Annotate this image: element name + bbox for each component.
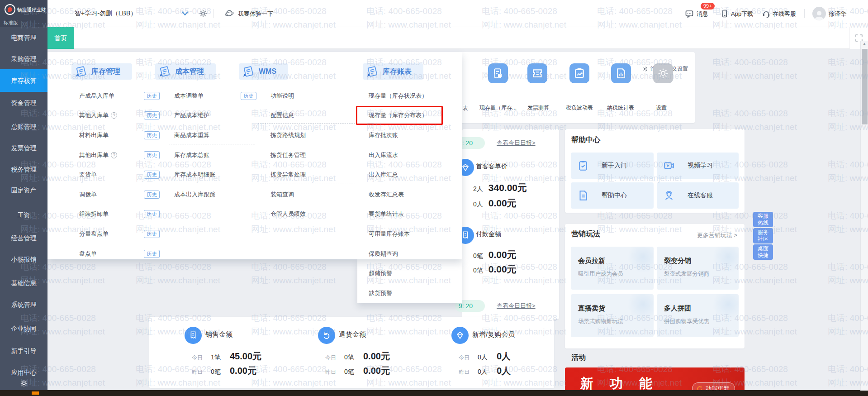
menu-item[interactable]: 要货单统计表	[369, 205, 461, 224]
sidebar-settings-gear[interactable]	[0, 379, 47, 387]
menu-item[interactable]: 分量盘点单历史	[79, 224, 160, 244]
app-tile-inventory-report[interactable]	[488, 63, 508, 83]
history-badge[interactable]: 历史	[144, 250, 160, 258]
menu-item[interactable]: 库存成本明细账	[174, 165, 256, 185]
history-badge[interactable]: 历史	[241, 92, 256, 100]
menu-col-cost: 成本调整单历史 产品成本维护 商品成本重算 库存成本总账 库存成本明细账 成本出…	[174, 86, 256, 205]
history-badge[interactable]: 历史	[144, 210, 160, 218]
menu-col-wms: 功能说明 配置信息 拣货路线规划 拣货任务管理 拣货异常处理 装箱查询 仓管人员…	[270, 86, 361, 224]
menu-item[interactable]: 拣货路线规划	[270, 125, 361, 145]
daily-report-link[interactable]: 查看今日日报>	[497, 302, 536, 310]
menu-item[interactable]: 其他入库单历史	[79, 106, 160, 126]
sidebar-item-operation[interactable]: 经营管理	[0, 231, 47, 245]
sidebar-item-basic-info[interactable]: 基础信息	[0, 276, 47, 290]
daily-report-link[interactable]: 查看今日日报>	[497, 139, 536, 147]
more-marketing-link[interactable]: 更多营销玩法 >	[697, 231, 737, 239]
menu-item[interactable]: 收发存汇总表	[369, 185, 461, 205]
menu-item[interactable]: 调拨单历史	[79, 185, 160, 205]
app-tile-settings[interactable]	[653, 63, 673, 83]
menu-item[interactable]: 盘点单历史	[79, 244, 160, 264]
menu-item[interactable]: 仓管人员绩效	[270, 205, 361, 224]
messages-label[interactable]: 消息	[697, 10, 708, 18]
menu-item[interactable]: 库存批次账	[369, 125, 461, 145]
chevron-down-icon[interactable]	[182, 11, 188, 16]
menu-item[interactable]: 超储预警	[369, 263, 461, 283]
app-download-icon[interactable]	[720, 9, 729, 18]
menu-item[interactable]: 要货单历史	[79, 165, 160, 185]
menu-item[interactable]: 组装拆卸单历史	[79, 205, 160, 224]
menu-item[interactable]: 库存成本总账	[174, 145, 256, 165]
menu-item[interactable]: 可用量库存账本	[369, 224, 461, 244]
sidebar-item-guide[interactable]: 新手引导	[0, 344, 47, 358]
mkt-tile-group-buying[interactable]: 多人拼团 拼团购物享受优惠	[657, 294, 739, 337]
help-tile-video-learning[interactable]: 视频学习	[657, 153, 739, 179]
online-service-icon[interactable]	[762, 9, 771, 18]
menu-item[interactable]: 出入库汇总	[369, 165, 461, 185]
help-icon[interactable]	[111, 112, 117, 119]
sidebar-item-assets[interactable]: 固定资产	[0, 183, 47, 197]
side-tab-community[interactable]: 服务 社区	[753, 228, 773, 243]
history-badge[interactable]: 历史	[144, 92, 160, 100]
sidebar-item-purchase[interactable]: 采购管理	[0, 52, 47, 66]
app-tile-invoice-calc[interactable]	[527, 63, 547, 83]
history-badge[interactable]: 历史	[144, 191, 160, 199]
sidebar-item-invoice[interactable]: 发票管理	[0, 141, 47, 155]
menu-item[interactable]: 其他出库单历史	[79, 145, 160, 165]
app-download-label[interactable]: App下载	[731, 10, 753, 18]
sidebar-item-funds[interactable]: 资金管理	[0, 96, 47, 110]
messages-icon[interactable]	[685, 9, 694, 18]
menu-item[interactable]: 装箱查询	[270, 185, 361, 205]
sidebar-item-ledger[interactable]: 总账管理	[0, 120, 47, 134]
tab-home[interactable]: 首页	[47, 27, 74, 49]
sidebar-item-ecommerce[interactable]: 电商管理	[0, 31, 47, 44]
scrollbar-thumb[interactable]	[862, 49, 868, 124]
sidebar-item-salary[interactable]: 工资	[0, 208, 47, 222]
help-tile-help-center[interactable]: 帮助中心	[571, 182, 654, 209]
sidebar-item-collab[interactable]: 企业协同	[0, 322, 47, 335]
scroll-up-arrow[interactable]: ▲	[861, 42, 868, 46]
mkt-tile-fission-distribution[interactable]: 裂变分销 裂变式发展分销商	[657, 247, 739, 290]
experience-link[interactable]: 我要体验一下	[238, 10, 273, 18]
avatar[interactable]	[812, 7, 826, 20]
mkt-tile-member-acquisition[interactable]: 会员拉新 吸引用户成为会员	[571, 247, 654, 290]
sidebar-item-tax[interactable]: 税务管理	[0, 162, 47, 176]
menu-item[interactable]: 拣货任务管理	[270, 145, 361, 165]
menu-item[interactable]: 成本出入库跟踪	[174, 185, 256, 205]
online-service-label[interactable]: 在线客服	[773, 10, 796, 18]
experience-balloon-icon[interactable]	[224, 9, 234, 19]
help-tile-getting-started[interactable]: 新手入门	[571, 153, 654, 179]
sidebar-item-system[interactable]: 系统管理	[0, 298, 47, 311]
help-icon[interactable]	[111, 152, 117, 158]
help-tile-online-service[interactable]: 在线客服	[657, 182, 739, 209]
menu-item[interactable]: 配置信息	[270, 106, 361, 126]
gear-icon[interactable]	[199, 9, 208, 18]
sidebar-item-app-center[interactable]: 应用中心	[0, 366, 47, 379]
history-badge[interactable]: 历史	[144, 131, 160, 139]
menu-item[interactable]: 出入库流水	[369, 145, 461, 165]
history-badge[interactable]: 历史	[144, 230, 160, 238]
history-badge[interactable]: 历史	[144, 171, 160, 179]
history-badge[interactable]: 历史	[144, 151, 160, 159]
menu-item[interactable]: 产成品入库单历史	[79, 86, 160, 106]
menu-item[interactable]: 商品成本重算	[174, 125, 256, 145]
history-badge[interactable]: 历史	[144, 111, 160, 119]
menu-item[interactable]: 产品成本维护	[174, 106, 256, 126]
menu-item[interactable]: 缺货预警	[369, 283, 461, 303]
app-tile-tax-fluctuation[interactable]	[569, 63, 589, 83]
sidebar-item-expense[interactable]: 小畅报销	[0, 253, 47, 266]
side-tab-hotline[interactable]: 客服 热线	[753, 212, 773, 227]
username[interactable]: 徐泽华	[829, 10, 846, 18]
mkt-tile-live-selling[interactable]: 直播卖货 场景式购物新玩法	[571, 294, 654, 337]
vertical-scrollbar[interactable]: ▲	[860, 41, 868, 391]
app-tile-tax-stats[interactable]	[611, 63, 631, 83]
side-tab-desktop-shortcut[interactable]: 桌面 快捷	[753, 244, 773, 260]
menu-item[interactable]: 材料出库单历史	[79, 125, 160, 145]
menu-item[interactable]: 保质期查询	[369, 244, 461, 264]
menu-item[interactable]: 功能说明	[270, 86, 361, 106]
menu-item[interactable]: 现存量（库存状况表）	[369, 86, 461, 106]
menu-item[interactable]: 成本调整单历史	[174, 86, 256, 106]
account-name[interactable]: 智+学习-勿删（LBB）	[75, 10, 137, 18]
app-label[interactable]: 设置	[636, 104, 686, 112]
menu-item[interactable]: 拣货异常处理	[270, 165, 361, 185]
sidebar-item-inventory-active[interactable]: 库存核算	[0, 69, 47, 92]
